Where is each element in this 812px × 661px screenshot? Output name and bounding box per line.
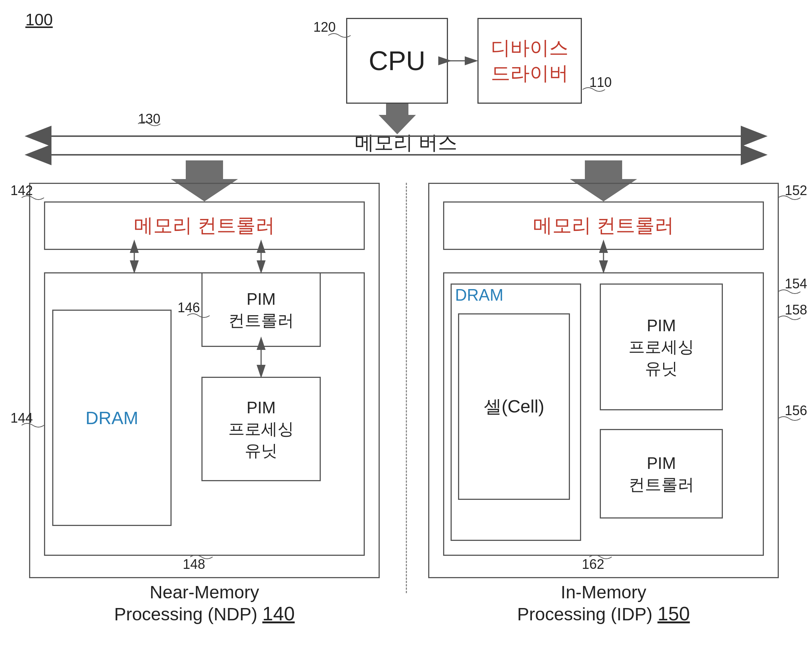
ref-142: 142 xyxy=(10,183,33,198)
ref-158: 158 xyxy=(785,302,807,318)
idp-dram-label: DRAM xyxy=(455,286,504,304)
ndp-bottom-label: Near-MemoryProcessing (NDP) 140 xyxy=(29,582,380,625)
ref-154: 154 xyxy=(785,276,807,292)
device-driver-box: 디바이스드라이버 xyxy=(477,18,582,104)
ref-152: 152 xyxy=(785,183,807,198)
ndp-memory-controller: 메모리 컨트롤러 xyxy=(44,201,365,250)
ndp-pim-controller: PIM컨트롤러 xyxy=(201,272,321,347)
ndp-dram: DRAM xyxy=(52,310,172,526)
idp-pim-proc-label: PIM프로세싱유닛 xyxy=(629,315,694,379)
device-driver-label: 디바이스드라이버 xyxy=(491,35,568,86)
ndp-dram-label: DRAM xyxy=(85,408,138,428)
idp-pim-ctrl-label: PIM컨트롤러 xyxy=(629,452,694,495)
ref-110: 110 xyxy=(589,75,612,90)
ref-100: 100 xyxy=(26,10,53,29)
diagram: 100 CPU 디바이스드라이버 120 110 130 메모리 버스 142 … xyxy=(0,0,812,661)
cpu-box: CPU xyxy=(346,18,448,104)
ref-148: 148 xyxy=(183,557,205,572)
dashed-divider xyxy=(406,183,407,593)
ref-156: 156 xyxy=(785,403,807,418)
memory-bus-text: 메모리 버스 xyxy=(0,130,812,156)
idp-bottom-label: In-MemoryProcessing (IDP) 150 xyxy=(428,582,779,625)
idp-cell-label: 셀(Cell) xyxy=(484,395,544,418)
ref-146: 146 xyxy=(177,300,200,316)
ref-162: 162 xyxy=(582,557,604,572)
idp-bottom-text: In-MemoryProcessing (IDP) 150 xyxy=(428,582,779,625)
idp-mem-ctrl-label: 메모리 컨트롤러 xyxy=(533,212,674,239)
ref-130: 130 xyxy=(138,111,160,127)
ndp-mem-ctrl-label: 메모리 컨트롤러 xyxy=(134,212,275,239)
ndp-bottom-text: Near-MemoryProcessing (NDP) 140 xyxy=(29,582,380,625)
idp-memory-controller: 메모리 컨트롤러 xyxy=(443,201,764,250)
ref-120: 120 xyxy=(313,19,336,35)
idp-pim-controller: PIM컨트롤러 xyxy=(600,429,723,519)
idp-pim-processing: PIM프로세싱유닛 xyxy=(600,284,723,410)
ref-144: 144 xyxy=(10,410,33,426)
ndp-pim-processing: PIM프로세싱유닛 xyxy=(201,377,321,481)
ndp-ref: 140 xyxy=(262,603,295,624)
idp-cell: 셀(Cell) xyxy=(458,313,570,500)
cpu-label: CPU xyxy=(369,46,425,76)
ndp-pim-ctrl-label: PIM컨트롤러 xyxy=(228,288,294,331)
ndp-pim-proc-label: PIM프로세싱유닛 xyxy=(228,397,294,461)
idp-ref: 150 xyxy=(657,603,690,624)
